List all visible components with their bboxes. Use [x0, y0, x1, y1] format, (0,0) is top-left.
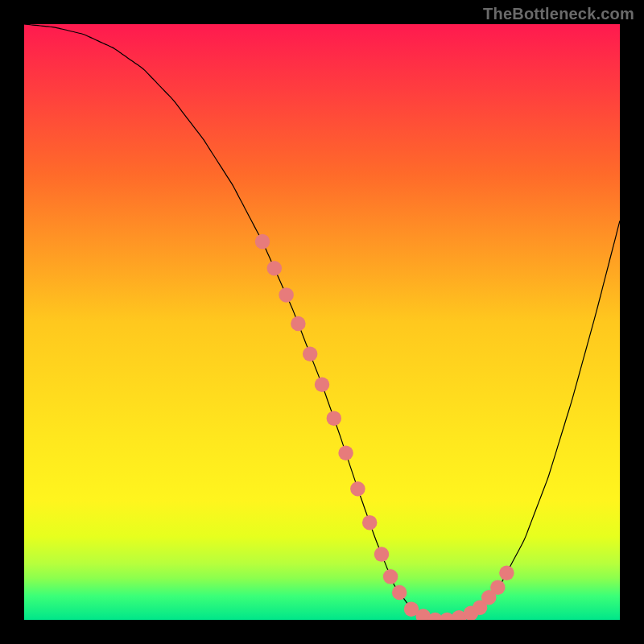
marker-dot: [255, 234, 270, 250]
curve-layer: [24, 24, 620, 620]
marker-dot: [362, 515, 378, 530]
bottleneck-curve: [24, 24, 620, 620]
marker-dot: [315, 377, 330, 392]
marker-dot: [267, 261, 283, 276]
marker-dot: [327, 411, 342, 425]
chart-frame: TheBottleneck.com: [0, 0, 644, 644]
watermark-text: TheBottleneck.com: [483, 5, 634, 23]
marker-dot: [279, 287, 294, 303]
marker-dot: [490, 580, 506, 595]
marker-dot: [350, 481, 365, 497]
marker-dot: [303, 347, 318, 362]
marker-dot: [383, 569, 398, 584]
marker-dot: [291, 316, 306, 332]
marker-dot: [392, 585, 407, 601]
marker-dot: [499, 566, 514, 581]
marker-dot: [374, 547, 390, 562]
plot-area: [24, 24, 620, 620]
marker-dot: [338, 446, 353, 461]
